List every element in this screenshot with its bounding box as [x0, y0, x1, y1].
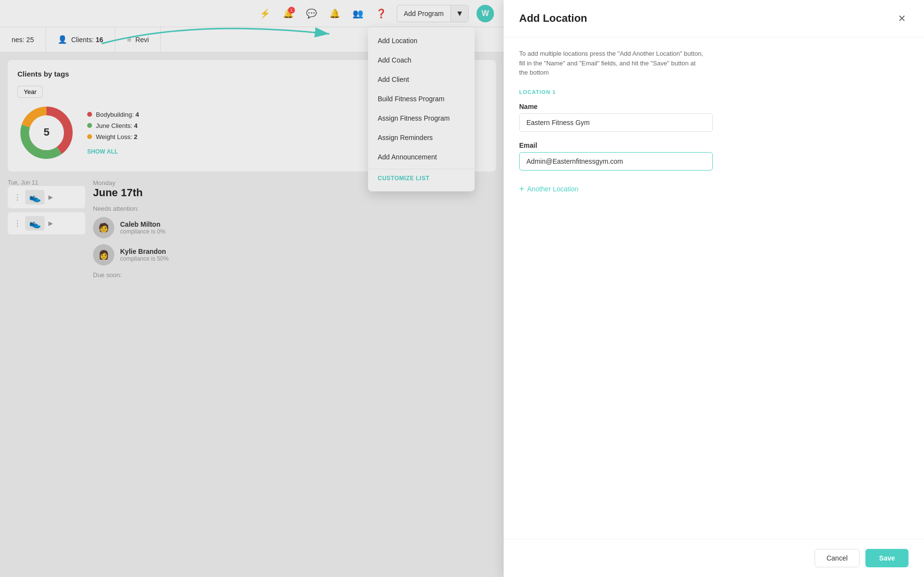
name-field-label: Name: [519, 103, 909, 110]
add-another-label: Another Location: [527, 185, 579, 193]
save-button[interactable]: Save: [865, 549, 909, 567]
email-input[interactable]: [519, 152, 713, 171]
panel-description: To add multiple locations press the "Add…: [519, 49, 703, 78]
cancel-button[interactable]: Cancel: [815, 549, 860, 567]
panel-body: To add multiple locations press the "Add…: [504, 37, 924, 539]
location-section-label: LOCATION 1: [519, 89, 909, 95]
add-another-location-button[interactable]: + Another Location: [519, 184, 909, 194]
close-button[interactable]: ✕: [895, 12, 909, 25]
panel-title: Add Location: [519, 12, 587, 25]
name-input[interactable]: [519, 113, 713, 132]
panel-footer: Cancel Save: [504, 539, 924, 577]
panel-header: Add Location ✕: [504, 0, 924, 37]
plus-icon: +: [519, 184, 524, 194]
background-overlay: [0, 0, 504, 577]
email-field-label: Email: [519, 141, 909, 149]
add-location-panel: Add Location ✕ To add multiple locations…: [504, 0, 924, 577]
